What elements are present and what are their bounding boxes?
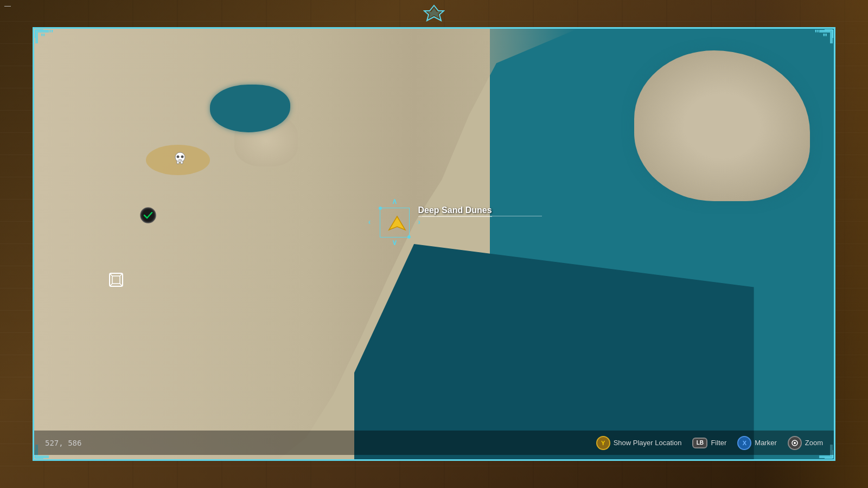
y-button[interactable]: Y (596, 436, 610, 450)
minimize-symbol: — (4, 2, 11, 10)
window-minimize[interactable]: — (1, 1, 14, 11)
x-button[interactable]: X (737, 436, 751, 450)
control-marker[interactable]: X Marker (737, 436, 776, 450)
nav-right-arrow: › (418, 217, 420, 226)
svg-point-7 (176, 156, 179, 158)
controls-group: Y Show Player Location LB Filter X Marke… (596, 436, 823, 450)
svg-point-4 (175, 152, 185, 162)
cube-icon (106, 270, 126, 290)
lb-button[interactable]: LB (692, 438, 707, 448)
location-name: Deep Sand Dunes (418, 206, 492, 217)
bottom-controls-bar: 527, 586 Y Show Player Location LB Filte… (34, 431, 834, 455)
svg-text:": " (814, 28, 819, 39)
control-show-player[interactable]: Y Show Player Location (596, 436, 682, 450)
svg-point-19 (794, 442, 796, 444)
corner-decoration-tr: " " (792, 27, 835, 70)
skull-icon (170, 149, 190, 169)
nav-down-arrow: ∨ (392, 238, 397, 247)
zoom-label: Zoom (805, 439, 823, 447)
corner-decoration-tl: " " (33, 27, 76, 70)
show-player-label: Show Player Location (614, 439, 682, 447)
svg-rect-12 (112, 276, 120, 284)
svg-text:": " (822, 32, 827, 43)
svg-text:": " (49, 28, 54, 39)
rs-button[interactable] (788, 436, 802, 450)
map-coordinates: 527, 586 (45, 439, 81, 447)
nav-left-arrow: ‹ (368, 217, 371, 226)
svg-rect-6 (181, 161, 183, 164)
filter-label: Filter (711, 439, 726, 447)
nav-arrows: ∧ ∨ ‹ › (378, 206, 411, 238)
nav-up-arrow: ∧ (392, 197, 397, 206)
svg-point-8 (181, 156, 183, 158)
control-filter[interactable]: LB Filter (692, 438, 726, 448)
checkmark-icon (138, 206, 158, 225)
map-frame: " " " " (33, 27, 835, 461)
svg-text:": " (41, 32, 46, 43)
marker-label: Marker (755, 439, 776, 447)
location-label-container: Deep Sand Dunes (418, 206, 492, 217)
top-center-emblem (423, 3, 445, 28)
control-zoom[interactable]: Zoom (788, 436, 823, 450)
map-background: ∧ ∨ ‹ › Deep Sand Dunes (34, 29, 834, 459)
svg-rect-5 (177, 161, 179, 164)
